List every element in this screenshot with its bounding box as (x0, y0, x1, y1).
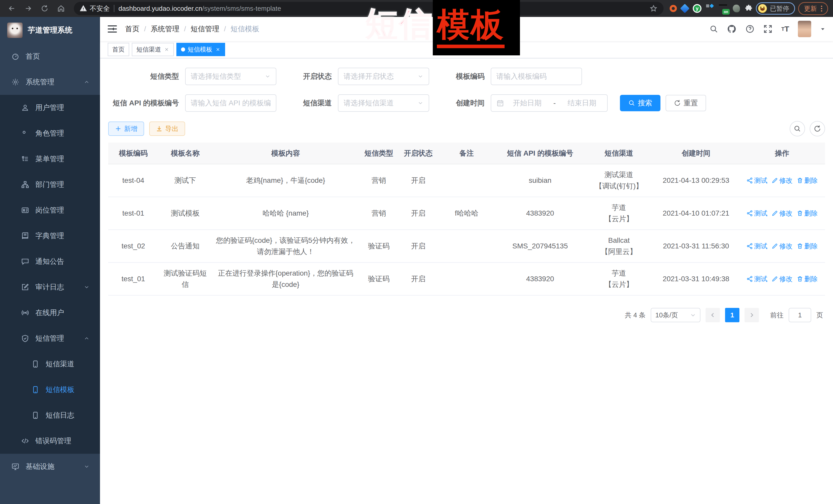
avatar-caret-icon[interactable] (820, 26, 826, 32)
extension-list-icon[interactable]: on (719, 4, 728, 13)
bookmark-star-icon[interactable] (650, 5, 658, 12)
channel-select[interactable]: 请选择短信渠道 (338, 94, 429, 112)
template-code-input[interactable]: 请输入模板编码 (491, 68, 582, 85)
close-icon[interactable] (215, 47, 220, 52)
sidebar-item-短信日志[interactable]: 短信日志 (0, 403, 100, 428)
github-icon[interactable] (727, 24, 737, 34)
test-link[interactable]: 测试 (746, 208, 767, 219)
extension-ring-icon[interactable] (670, 5, 677, 12)
extensions-puzzle-icon[interactable] (744, 4, 753, 13)
edit-link[interactable]: 修改 (771, 175, 792, 186)
forward-icon[interactable] (22, 2, 35, 15)
sidebar-item-首页[interactable]: 首页 (0, 44, 100, 69)
refresh-button[interactable] (810, 121, 825, 136)
dashboard-icon (11, 52, 20, 61)
profile-emoji-icon (758, 4, 767, 13)
prev-page-button[interactable] (706, 308, 720, 322)
api-template-id-input[interactable]: 请输入短信 API 的模板编 (185, 94, 277, 112)
filter-row: 短信 API 的模板编号请输入短信 API 的模板编短信渠道请选择短信渠道创建时… (108, 94, 825, 112)
test-link[interactable]: 测试 (746, 175, 767, 186)
sidebar-item-字典管理[interactable]: 字典管理 (0, 223, 100, 249)
sidebar-item-岗位管理[interactable]: 岗位管理 (0, 197, 100, 223)
reset-button[interactable]: 重置 (666, 95, 706, 111)
sidebar-item-菜单管理[interactable]: 菜单管理 (0, 146, 100, 172)
sidebar-item-审计日志[interactable]: 审计日志 (0, 274, 100, 300)
page-number-button[interactable]: 1 (725, 308, 739, 322)
create-time-input[interactable]: 开始日期-结束日期 (491, 94, 608, 112)
sidebar-item-用户管理[interactable]: 用户管理 (0, 95, 100, 120)
browser-profile-chip[interactable]: 已暂停 (756, 2, 795, 15)
font-size-icon[interactable]: TT (781, 25, 789, 33)
cell: 哈哈哈 {name} (212, 197, 359, 230)
breadcrumb-item[interactable]: 系统管理 (151, 24, 180, 34)
header-search-icon[interactable] (709, 25, 718, 33)
edit-link[interactable]: 修改 (771, 208, 792, 219)
breadcrumb-item[interactable]: 首页 (125, 24, 140, 34)
sidebar-item-label: 短信渠道 (46, 359, 74, 369)
user-avatar[interactable] (798, 21, 811, 37)
sidebar-item-短信管理[interactable]: 短信管理 (0, 326, 100, 351)
show-search-button[interactable] (790, 121, 805, 136)
sidebar-toggle-icon[interactable] (108, 25, 117, 32)
sidebar-item-系统管理[interactable]: 系统管理 (0, 69, 100, 95)
extension-leaf-icon[interactable] (733, 5, 740, 12)
cell: 4383920 (495, 197, 585, 230)
cell: 开启 (399, 197, 438, 230)
placeholder-text: 请选择短信渠道 (343, 98, 414, 108)
col-模板名称: 模板名称 (159, 143, 212, 164)
reload-icon[interactable] (38, 2, 51, 15)
delete-link[interactable]: 删除 (796, 273, 817, 285)
extension-gem-icon[interactable] (680, 4, 690, 13)
help-icon[interactable] (745, 24, 755, 33)
cell: SMS_207945135 (495, 230, 585, 263)
goto-page-input[interactable]: 1 (789, 308, 811, 322)
close-icon[interactable] (164, 47, 169, 52)
sidebar-item-部门管理[interactable]: 部门管理 (0, 172, 100, 197)
table-row: test-04测试下老鸡{name}，牛逼{code}营销开启suibian测试… (108, 164, 825, 197)
sidebar-item-短信渠道[interactable]: 短信渠道 (0, 351, 100, 377)
delete-link[interactable]: 删除 (796, 240, 817, 252)
address-bar[interactable]: 不安全 dashboard.yudao.iocoder.cn/system/sm… (74, 2, 664, 15)
add-button[interactable]: 新增 (108, 121, 144, 136)
status-select[interactable]: 请选择开启状态 (338, 68, 429, 85)
users-icon (21, 129, 29, 137)
page-size-select[interactable]: 10条/页 (651, 308, 700, 322)
sidebar-item-基础设施[interactable]: 基础设施 (0, 454, 100, 479)
delete-link[interactable]: 删除 (796, 175, 817, 186)
sidebar-item-错误码管理[interactable]: 错误码管理 (0, 428, 100, 454)
back-icon[interactable] (5, 2, 19, 15)
extension-grid-icon[interactable] (706, 4, 714, 13)
sidebar-item-label: 用户管理 (35, 103, 64, 113)
breadcrumb-item[interactable]: 短信管理 (191, 24, 219, 34)
security-warning[interactable]: 不安全 (80, 4, 110, 13)
browser-menu-icon[interactable] (821, 6, 822, 11)
search-button[interactable]: 搜索 (620, 95, 661, 111)
chevron-down-icon (690, 312, 696, 318)
sidebar-item-短信模板[interactable]: 短信模板 (0, 377, 100, 403)
placeholder-text: 请选择开启状态 (343, 72, 414, 81)
browser-update-button[interactable]: 更新 (798, 2, 828, 15)
table-row: test_02公告通知您的验证码{code}，该验证码5分钟内有效，请勿泄漏于他… (108, 230, 825, 263)
comment-icon (21, 257, 29, 266)
test-link[interactable]: 测试 (746, 273, 767, 285)
sidebar-logo[interactable]: 芋道管理系统 (0, 17, 100, 44)
sidebar-item-角色管理[interactable]: 角色管理 (0, 120, 100, 146)
tab-短信模板[interactable]: 短信模板 (176, 43, 225, 56)
extension-y-icon[interactable]: y (693, 4, 701, 13)
fullscreen-icon[interactable] (763, 24, 772, 33)
sidebar-item-在线用户[interactable]: 在线用户 (0, 300, 100, 326)
calendar-icon (496, 99, 504, 107)
tab-首页[interactable]: 首页 (108, 43, 129, 56)
sms-type-select[interactable]: 请选择短信类型 (185, 68, 277, 85)
edit-link[interactable]: 修改 (771, 240, 792, 252)
export-button[interactable]: 导出 (149, 121, 185, 136)
edit-link[interactable]: 修改 (771, 273, 792, 285)
delete-link[interactable]: 删除 (796, 208, 817, 219)
test-link[interactable]: 测试 (746, 240, 767, 252)
home-icon[interactable] (54, 2, 68, 15)
sidebar-item-通知公告[interactable]: 通知公告 (0, 249, 100, 274)
sidebar-item-label: 通知公告 (35, 257, 64, 266)
next-page-button[interactable] (744, 308, 759, 322)
cell: 测试验证码短信 (159, 263, 212, 295)
tab-短信渠道[interactable]: 短信渠道 (132, 43, 174, 56)
